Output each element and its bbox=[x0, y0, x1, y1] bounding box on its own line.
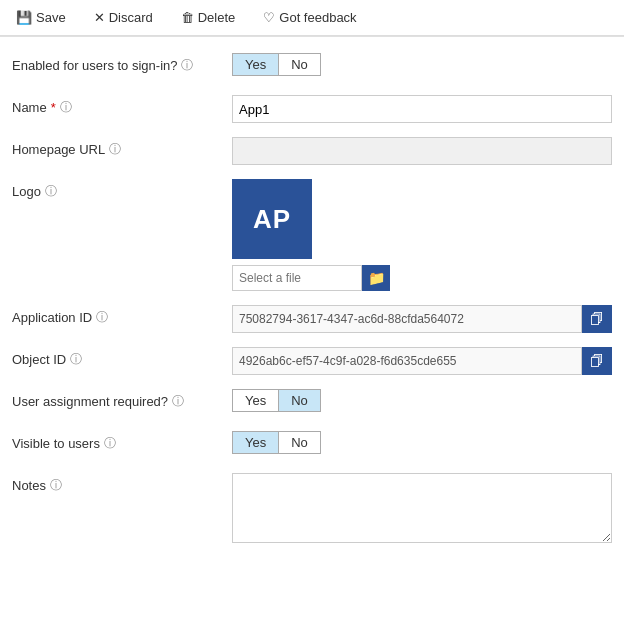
user-assign-toggle-group: Yes No bbox=[232, 389, 321, 412]
enabled-label: Enabled for users to sign-in? ⓘ bbox=[12, 53, 232, 74]
name-required: * bbox=[51, 100, 56, 115]
user-assign-label: User assignment required? ⓘ bbox=[12, 389, 232, 410]
notes-label: Notes ⓘ bbox=[12, 473, 232, 494]
name-label: Name * ⓘ bbox=[12, 95, 232, 116]
enabled-info-icon[interactable]: ⓘ bbox=[181, 57, 193, 74]
app-id-control: 🗍 bbox=[232, 305, 612, 333]
object-id-field-row: 🗍 bbox=[232, 347, 612, 375]
user-assign-info-icon[interactable]: ⓘ bbox=[172, 393, 184, 410]
heart-icon: ♡ bbox=[263, 10, 275, 25]
file-select-row: 📁 bbox=[232, 265, 390, 291]
name-info-icon[interactable]: ⓘ bbox=[60, 99, 72, 116]
object-id-info-icon[interactable]: ⓘ bbox=[70, 351, 82, 368]
delete-button[interactable]: 🗑 Delete bbox=[177, 8, 240, 27]
logo-label: Logo ⓘ bbox=[12, 179, 232, 200]
save-icon: 💾 bbox=[16, 10, 32, 25]
user-assign-no-button[interactable]: No bbox=[278, 390, 320, 411]
user-assign-toggle: Yes No bbox=[232, 389, 612, 412]
object-id-row: Object ID ⓘ 🗍 bbox=[12, 347, 612, 375]
homepage-label: Homepage URL ⓘ bbox=[12, 137, 232, 158]
homepage-control bbox=[232, 137, 612, 165]
logo-preview: AP bbox=[232, 179, 312, 259]
visible-toggle-group: Yes No bbox=[232, 431, 321, 454]
homepage-info-icon[interactable]: ⓘ bbox=[109, 141, 121, 158]
visible-yes-button[interactable]: Yes bbox=[233, 432, 278, 453]
folder-icon: 📁 bbox=[368, 270, 385, 286]
user-assign-row: User assignment required? ⓘ Yes No bbox=[12, 389, 612, 417]
enabled-yes-button[interactable]: Yes bbox=[233, 54, 278, 75]
feedback-button[interactable]: ♡ Got feedback bbox=[259, 8, 360, 27]
discard-button[interactable]: ✕ Discard bbox=[90, 8, 157, 27]
toolbar: 💾 Save ✕ Discard 🗑 Delete ♡ Got feedback bbox=[0, 0, 624, 36]
notes-textarea[interactable] bbox=[232, 473, 612, 543]
app-id-input[interactable] bbox=[232, 305, 582, 333]
enabled-toggle-group: Yes No bbox=[232, 53, 321, 76]
enabled-row: Enabled for users to sign-in? ⓘ Yes No bbox=[12, 53, 612, 81]
file-browse-button[interactable]: 📁 bbox=[362, 265, 390, 291]
app-id-copy-button[interactable]: 🗍 bbox=[582, 305, 612, 333]
notes-control bbox=[232, 473, 612, 546]
object-id-control: 🗍 bbox=[232, 347, 612, 375]
object-id-input[interactable] bbox=[232, 347, 582, 375]
enabled-no-button[interactable]: No bbox=[278, 54, 320, 75]
user-assign-yes-button[interactable]: Yes bbox=[233, 390, 278, 411]
visible-toggle: Yes No bbox=[232, 431, 612, 454]
app-id-field-row: 🗍 bbox=[232, 305, 612, 333]
copy-icon-2: 🗍 bbox=[590, 353, 604, 369]
notes-row: Notes ⓘ bbox=[12, 473, 612, 546]
form-area: Enabled for users to sign-in? ⓘ Yes No N… bbox=[0, 37, 624, 576]
copy-icon: 🗍 bbox=[590, 311, 604, 327]
homepage-input[interactable] bbox=[232, 137, 612, 165]
file-name-input[interactable] bbox=[232, 265, 362, 291]
enabled-toggle: Yes No bbox=[232, 53, 612, 76]
logo-row: Logo ⓘ AP 📁 bbox=[12, 179, 612, 291]
visible-no-button[interactable]: No bbox=[278, 432, 320, 453]
homepage-row: Homepage URL ⓘ bbox=[12, 137, 612, 165]
visible-info-icon[interactable]: ⓘ bbox=[104, 435, 116, 452]
visible-label: Visible to users ⓘ bbox=[12, 431, 232, 452]
discard-icon: ✕ bbox=[94, 10, 105, 25]
delete-icon: 🗑 bbox=[181, 10, 194, 25]
app-id-label: Application ID ⓘ bbox=[12, 305, 232, 326]
logo-control: AP 📁 bbox=[232, 179, 612, 291]
logo-info-icon[interactable]: ⓘ bbox=[45, 183, 57, 200]
notes-info-icon[interactable]: ⓘ bbox=[50, 477, 62, 494]
visible-row: Visible to users ⓘ Yes No bbox=[12, 431, 612, 459]
app-id-info-icon[interactable]: ⓘ bbox=[96, 309, 108, 326]
name-input[interactable] bbox=[232, 95, 612, 123]
name-row: Name * ⓘ bbox=[12, 95, 612, 123]
object-id-copy-button[interactable]: 🗍 bbox=[582, 347, 612, 375]
name-control bbox=[232, 95, 612, 123]
object-id-label: Object ID ⓘ bbox=[12, 347, 232, 368]
save-button[interactable]: 💾 Save bbox=[12, 8, 70, 27]
app-id-row: Application ID ⓘ 🗍 bbox=[12, 305, 612, 333]
